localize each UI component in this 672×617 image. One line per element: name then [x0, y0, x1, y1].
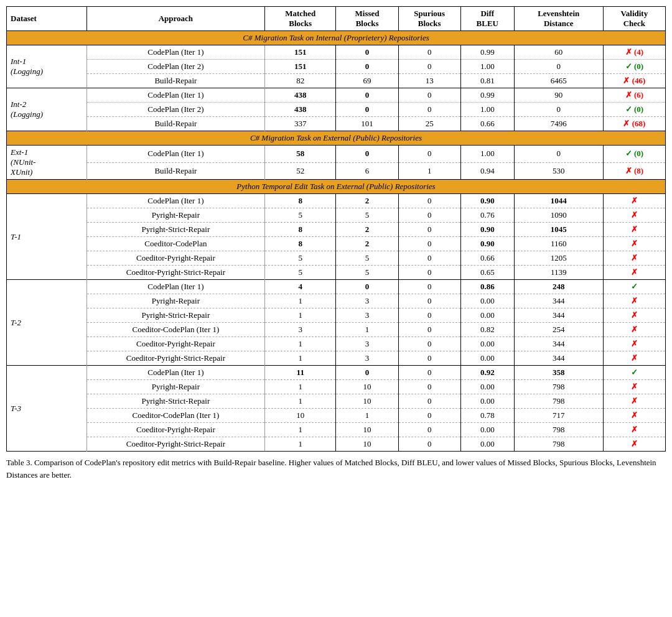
matched-cell: 1 — [265, 394, 336, 409]
approach-cell: Pyright-Repair — [86, 380, 264, 394]
validity-cell: ✗ — [603, 351, 665, 366]
bleu-cell: 0.00 — [460, 294, 514, 308]
matched-cell: 1 — [265, 294, 336, 308]
table-row: Int-2(Logging)CodePlan (Iter 1)438000.99… — [7, 88, 666, 103]
table-row: Pyright-Strict-Repair11000.00798✗ — [7, 394, 666, 409]
spurious-cell: 0 — [398, 323, 460, 337]
validity-cell: ✗ — [603, 394, 665, 409]
missed-cell: 10 — [336, 437, 398, 452]
levenshtein-cell: 254 — [514, 323, 603, 337]
table-container: Dataset Approach MatchedBlocks MissedBlo… — [6, 6, 666, 452]
dataset-cell: Int-1(Logging) — [7, 45, 87, 88]
table-row: Coeditor-Pyright-Repair5500.661205✗ — [7, 251, 666, 266]
bleu-cell: 0.66 — [460, 117, 514, 131]
missed-cell: 1 — [336, 409, 398, 423]
missed-cell: 2 — [336, 194, 398, 208]
bleu-cell: 0.78 — [460, 409, 514, 423]
approach-cell: Build-Repair — [86, 162, 264, 180]
approach-cell: Pyright-Strict-Repair — [86, 394, 264, 409]
approach-cell: Coeditor-Pyright-Strict-Repair — [86, 266, 264, 280]
matched-cell: 1 — [265, 308, 336, 323]
levenshtein-cell: 358 — [514, 366, 603, 380]
bleu-cell: 0.65 — [460, 266, 514, 280]
levenshtein-cell: 1160 — [514, 237, 603, 251]
missed-cell: 5 — [336, 251, 398, 266]
spurious-cell: 0 — [398, 351, 460, 366]
bleu-cell: 0.00 — [460, 394, 514, 409]
approach-cell: CodePlan (Iter 1) — [86, 146, 264, 163]
table-row: T-1CodePlan (Iter 1)8200.901044✗ — [7, 194, 666, 208]
matched-cell: 151 — [265, 45, 336, 60]
col-header-approach: Approach — [86, 7, 264, 31]
spurious-cell: 0 — [398, 237, 460, 251]
levenshtein-cell: 0 — [514, 146, 603, 163]
matched-cell: 438 — [265, 103, 336, 117]
table-row: Pyright-Repair1300.00344✗ — [7, 294, 666, 308]
table-row: T-2CodePlan (Iter 1)4000.86248✓ — [7, 280, 666, 294]
dataset-cell: Int-2(Logging) — [7, 88, 87, 131]
approach-cell: Coeditor-Pyright-Strict-Repair — [86, 351, 264, 366]
levenshtein-cell: 798 — [514, 437, 603, 452]
approach-cell: CodePlan (Iter 2) — [86, 60, 264, 74]
bleu-cell: 0.90 — [460, 223, 514, 237]
section-header-row: C# Migration Task on Internal (Propriete… — [7, 31, 666, 45]
missed-cell: 0 — [336, 366, 398, 380]
levenshtein-cell: 344 — [514, 308, 603, 323]
approach-cell: CodePlan (Iter 1) — [86, 194, 264, 208]
matched-cell: 1 — [265, 437, 336, 452]
levenshtein-cell: 798 — [514, 394, 603, 409]
table-row: T-3CodePlan (Iter 1)11000.92358✓ — [7, 366, 666, 380]
validity-cell: ✓ (0) — [603, 103, 665, 117]
spurious-cell: 0 — [398, 251, 460, 266]
validity-cell: ✗ — [603, 437, 665, 452]
approach-cell: CodePlan (Iter 1) — [86, 280, 264, 294]
spurious-cell: 0 — [398, 337, 460, 351]
matched-cell: 82 — [265, 74, 336, 88]
col-header-bleu: DiffBLEU — [460, 7, 514, 31]
levenshtein-cell: 0 — [514, 103, 603, 117]
spurious-cell: 0 — [398, 423, 460, 437]
bleu-cell: 0.99 — [460, 88, 514, 103]
approach-cell: Coeditor-Pyright-Strict-Repair — [86, 437, 264, 452]
validity-cell: ✗ — [603, 294, 665, 308]
approach-cell: CodePlan (Iter 1) — [86, 45, 264, 60]
validity-cell: ✗ (68) — [603, 117, 665, 131]
missed-cell: 0 — [336, 280, 398, 294]
approach-cell: Coeditor-CodePlan (Iter 1) — [86, 323, 264, 337]
table-row: Pyright-Strict-Repair1300.00344✗ — [7, 308, 666, 323]
missed-cell: 10 — [336, 423, 398, 437]
table-row: Coeditor-Pyright-Repair11000.00798✗ — [7, 423, 666, 437]
approach-cell: CodePlan (Iter 1) — [86, 366, 264, 380]
spurious-cell: 0 — [398, 380, 460, 394]
spurious-cell: 0 — [398, 366, 460, 380]
table-row: CodePlan (Iter 2)438001.000✓ (0) — [7, 103, 666, 117]
bleu-cell: 0.76 — [460, 208, 514, 223]
missed-cell: 5 — [336, 266, 398, 280]
dataset-cell: T-3 — [7, 366, 87, 452]
levenshtein-cell: 6465 — [514, 74, 603, 88]
levenshtein-cell: 798 — [514, 423, 603, 437]
validity-cell: ✗ — [603, 409, 665, 423]
missed-cell: 6 — [336, 162, 398, 180]
col-header-lev: LevenshteinDistance — [514, 7, 603, 31]
levenshtein-cell: 1045 — [514, 223, 603, 237]
spurious-cell: 0 — [398, 266, 460, 280]
spurious-cell: 0 — [398, 409, 460, 423]
bleu-cell: 0.66 — [460, 251, 514, 266]
matched-cell: 5 — [265, 251, 336, 266]
validity-cell: ✓ — [603, 280, 665, 294]
table-row: Int-1(Logging)CodePlan (Iter 1)151000.99… — [7, 45, 666, 60]
dataset-cell: T-2 — [7, 280, 87, 366]
approach-cell: Coeditor-CodePlan (Iter 1) — [86, 409, 264, 423]
missed-cell: 69 — [336, 74, 398, 88]
approach-cell: Build-Repair — [86, 74, 264, 88]
table-row: Coeditor-Pyright-Repair1300.00344✗ — [7, 337, 666, 351]
bleu-cell: 0.00 — [460, 308, 514, 323]
table-row: Ext-1(NUnit-XUnit)CodePlan (Iter 1)58001… — [7, 146, 666, 163]
matched-cell: 1 — [265, 423, 336, 437]
bleu-cell: 0.86 — [460, 280, 514, 294]
validity-cell: ✗ (6) — [603, 88, 665, 103]
missed-cell: 3 — [336, 351, 398, 366]
validity-cell: ✓ (0) — [603, 146, 665, 163]
bleu-cell: 0.00 — [460, 337, 514, 351]
